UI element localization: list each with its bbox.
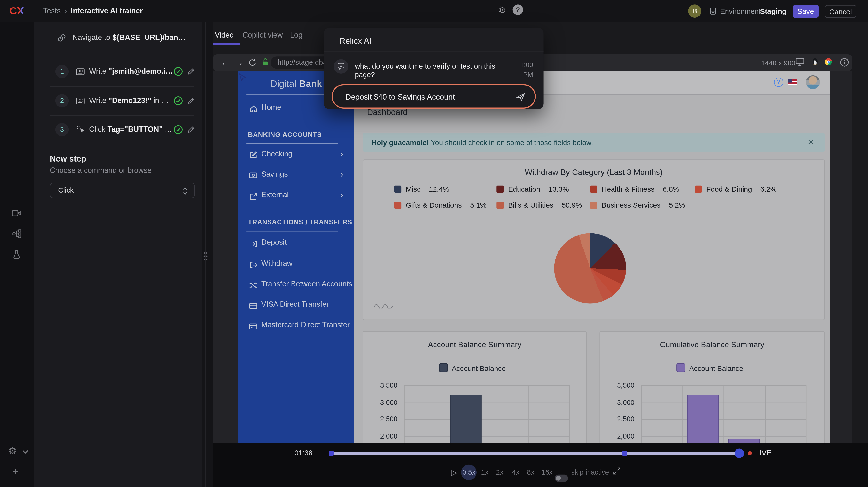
chevron-down-icon[interactable] — [22, 450, 29, 454]
legend-item[interactable]: Food & Dining6.2% — [695, 185, 777, 193]
bank-divider — [246, 231, 338, 232]
money-icon — [249, 172, 257, 178]
tab-log[interactable]: Log — [290, 31, 303, 39]
us-flag-icon[interactable] — [788, 79, 797, 85]
step-2-label[interactable]: Write "Demo123!" in … — [89, 96, 169, 105]
slider-playhead[interactable] — [735, 448, 744, 458]
sparkline-icon — [374, 301, 394, 308]
bank-nav-deposit[interactable]: Deposit — [261, 238, 287, 246]
tab-copilot-view[interactable]: Copilot view — [242, 31, 283, 39]
save-button[interactable]: Save — [793, 5, 818, 18]
bank-nav-withdraw[interactable]: Withdraw — [261, 259, 292, 268]
active-tab-underline — [213, 43, 240, 44]
legend-item[interactable]: Education13.3% — [496, 185, 569, 193]
legend-item[interactable]: Misc12.4% — [394, 185, 449, 193]
brand-logo[interactable]: CX CX — [9, 5, 24, 17]
live-dot — [748, 451, 752, 455]
flask-icon[interactable] — [12, 250, 21, 259]
environment-value[interactable]: Staging — [760, 7, 786, 16]
live-label[interactable]: LIVE — [755, 449, 772, 457]
prompt-input[interactable]: Deposit $40 to Savings Account — [332, 84, 536, 109]
legend-item[interactable]: Bills & Utilities50.9% — [496, 201, 582, 209]
slider-mid-handle[interactable] — [622, 450, 627, 456]
send-icon[interactable] — [516, 93, 525, 101]
info-icon[interactable] — [840, 58, 849, 67]
browser-forward-icon[interactable]: → — [235, 58, 244, 67]
bank-nav-checking[interactable]: Checking — [261, 150, 292, 158]
bug-icon[interactable] — [498, 5, 507, 14]
y-tick: 2,000 — [606, 432, 634, 441]
bank-divider — [246, 144, 338, 144]
add-plus-icon[interactable]: + — [13, 467, 19, 477]
skip-inactive-toggle[interactable] — [555, 475, 568, 482]
speed-2x[interactable]: 2x — [496, 468, 503, 476]
message-timestamp: 11:00PM — [517, 60, 533, 80]
bank-nav-mastercard-transfer[interactable]: Mastercard Direct Transfer — [261, 321, 350, 329]
viewport-resolution: 1440 x 900 — [761, 59, 795, 67]
browser-reload-icon[interactable] — [248, 59, 256, 66]
speed-4x[interactable]: 4x — [512, 468, 519, 476]
step-2-success-icon — [173, 96, 183, 105]
linux-penguin-icon[interactable] — [812, 58, 819, 65]
alert-close-icon[interactable]: ✕ — [808, 138, 814, 146]
bank-nav-transfer[interactable]: Transfer Between Accounts — [261, 280, 352, 288]
user-avatar[interactable]: B — [688, 4, 702, 18]
breadcrumb-tests[interactable]: Tests — [43, 6, 61, 15]
credit-card-icon — [249, 303, 257, 309]
play-icon[interactable]: ▷ — [451, 468, 457, 477]
monitor-icon[interactable] — [796, 58, 805, 66]
cancel-button[interactable]: Cancel — [825, 5, 857, 18]
tab-video[interactable]: Video — [215, 31, 234, 39]
browser-back-icon[interactable]: ← — [221, 58, 230, 67]
playback-slider[interactable] — [331, 452, 740, 454]
chat-bubble-icon — [334, 59, 348, 74]
bank-help-icon[interactable]: ? — [774, 78, 783, 87]
video-camera-icon[interactable] — [11, 209, 22, 218]
divider — [50, 53, 194, 53]
legend-item[interactable]: Health & Fitness6.8% — [590, 185, 679, 193]
legend-item[interactable]: Business Services5.2% — [590, 201, 685, 209]
bar-chart-title: Account Balance Summary — [363, 340, 587, 349]
speed-16x[interactable]: 16x — [541, 468, 552, 476]
step-3-success-icon — [173, 125, 183, 134]
fullscreen-icon[interactable] — [613, 467, 621, 475]
resize-grip[interactable] — [203, 251, 208, 261]
legend-label[interactable]: Account Balance — [689, 364, 743, 373]
slider-start-handle[interactable] — [329, 450, 334, 456]
legend-item[interactable]: Gifts & Donations5.1% — [394, 201, 486, 209]
skip-inactive-label[interactable]: skip inactive — [571, 468, 609, 476]
speed-8x[interactable]: 8x — [527, 468, 534, 476]
settings-gear-icon[interactable]: ⚙ — [8, 446, 17, 456]
speed-0-5x[interactable]: 0.5x — [461, 465, 476, 480]
lock-icon[interactable] — [262, 58, 269, 67]
step-number-3: 3 — [56, 123, 69, 136]
y-tick: 3,500 — [606, 381, 634, 390]
chevron-right-icon: › — [341, 190, 343, 200]
step-1-label[interactable]: Write "jsmith@demo.i… — [89, 67, 173, 75]
step-1-edit-icon[interactable] — [187, 68, 195, 75]
bank-nav-visa-transfer[interactable]: VISA Direct Transfer — [261, 300, 329, 308]
legend-swatch — [496, 186, 504, 193]
cumulative-balance-bar — [687, 395, 719, 447]
speed-1x[interactable]: 1x — [481, 468, 488, 476]
bank-section-transactions: TRANSACTIONS / TRANSFERS — [248, 218, 352, 226]
account-balance-bar — [450, 395, 482, 447]
bank-user-avatar[interactable] — [806, 75, 820, 89]
alert-banner: Holy guacamole! You should check in on s… — [363, 133, 825, 152]
bank-nav-home[interactable]: Home — [261, 103, 281, 111]
help-icon[interactable]: ? — [513, 4, 523, 15]
chrome-browser-icon[interactable] — [825, 58, 832, 65]
step-3-edit-icon[interactable] — [187, 126, 195, 133]
step-2-edit-icon[interactable] — [187, 97, 195, 105]
navigate-step[interactable]: Navigate to ${BASE_URL}/ban… — [72, 33, 185, 41]
bank-nav-savings[interactable]: Savings — [261, 170, 288, 178]
flow-sitemap-icon[interactable] — [12, 229, 22, 239]
select-updown-icon — [183, 187, 188, 195]
bank-nav-external[interactable]: External — [261, 190, 289, 199]
dialog-title: Relicx AI — [339, 36, 372, 45]
y-tick: 3,000 — [369, 398, 397, 407]
command-select[interactable]: Click — [50, 183, 195, 198]
legend-label[interactable]: Account Balance — [452, 364, 506, 373]
steps-sidebar — [34, 22, 202, 487]
step-3-label[interactable]: Click Tag="BUTTON" … — [89, 125, 172, 133]
